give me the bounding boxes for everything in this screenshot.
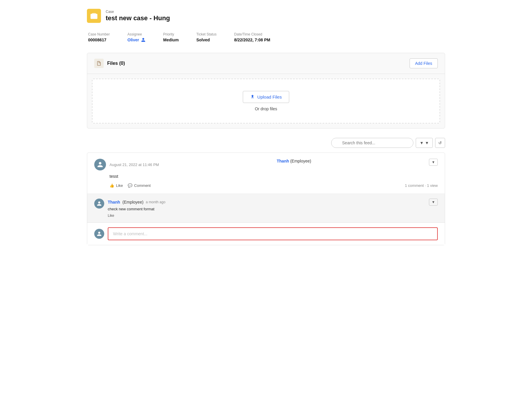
comment-button[interactable]: 💬 Comment [128, 183, 151, 188]
post-content: tesst [110, 174, 438, 179]
like-button[interactable]: 👍 Like [110, 183, 123, 188]
meta-priority: Priority Medium [163, 32, 179, 42]
comment-avatar [94, 199, 104, 209]
post-author-avatar [94, 159, 106, 170]
case-label: Case [106, 10, 170, 14]
assignee-person-icon [141, 38, 146, 42]
write-comment-avatar [94, 229, 104, 239]
filter-icon: ▼ [420, 141, 424, 145]
files-header: Files (0) Add Files [87, 53, 445, 74]
filter-button[interactable]: ▼ ▼ [416, 138, 433, 148]
meta-ticket-status: Ticket Status Solved [196, 32, 217, 42]
files-upload-area: Upload Files Or drop files [92, 79, 440, 123]
post-header-row: August 21, 2022 at 11:46 PM Thanh (Emplo… [94, 159, 438, 170]
comment-dropdown-button[interactable]: ▼ [429, 199, 438, 206]
files-title-area: Files (0) [94, 59, 125, 68]
upload-icon [250, 94, 255, 100]
post-main: August 21, 2022 at 11:46 PM Thanh (Emplo… [87, 153, 445, 194]
post-center-author-area: Thanh (Employee) [277, 159, 311, 163]
post-author-info: August 21, 2022 at 11:46 PM [94, 159, 159, 170]
add-files-button[interactable]: Add Files [410, 58, 438, 68]
priority-label: Priority [163, 32, 179, 36]
drop-files-text: Or drop files [255, 106, 277, 111]
case-number-value: 00008617 [88, 38, 110, 42]
case-icon [87, 9, 101, 23]
priority-value: Medium [163, 38, 179, 42]
comment-section: Thanh (Employee) a month ago ▼ check new… [87, 194, 445, 223]
assignee-link[interactable]: Oliver [127, 38, 146, 42]
case-number-label: Case Number [88, 32, 110, 36]
like-icon: 👍 [110, 183, 114, 188]
search-wrapper: 🔍 [331, 138, 413, 148]
comment-like-button[interactable]: Like [108, 214, 114, 218]
files-icon [94, 59, 104, 68]
comment-meta: Thanh (Employee) a month ago [108, 200, 165, 204]
comment-header: Thanh (Employee) a month ago ▼ [108, 199, 438, 206]
files-title: Files (0) [107, 61, 125, 66]
comment-author-role: (Employee) [122, 200, 144, 204]
feed-toolbar: 🔍 ▼ ▼ ↺ [87, 138, 445, 148]
post-stats: 1 comment · 1 view [405, 183, 438, 188]
meta-assignee: Assignee Oliver [127, 32, 146, 42]
ticket-status-value: Solved [196, 38, 217, 42]
case-header: Case test new case - Hung [87, 9, 445, 23]
meta-case-number: Case Number 00008617 [88, 32, 110, 42]
write-comment-input[interactable] [108, 227, 438, 240]
comment-item: Thanh (Employee) a month ago ▼ check new… [94, 199, 438, 218]
post-timestamp: August 21, 2022 at 11:46 PM [110, 163, 159, 167]
comment-text: check new comment format [108, 207, 438, 211]
search-feed-input[interactable] [331, 138, 413, 148]
filter-dropdown-arrow: ▼ [425, 141, 429, 145]
comment-body: Thanh (Employee) a month ago ▼ check new… [108, 199, 438, 218]
write-comment-area [87, 223, 445, 245]
files-section: Files (0) Add Files Upload Files Or drop… [87, 53, 445, 128]
ticket-status-label: Ticket Status [196, 32, 217, 36]
post-dropdown-button[interactable]: ▼ [429, 159, 438, 166]
case-title-block: Case test new case - Hung [106, 10, 170, 22]
comment-icon: 💬 [128, 183, 132, 188]
date-closed-label: Date/Time Closed [234, 32, 270, 36]
refresh-button[interactable]: ↺ [435, 138, 445, 148]
post-actions: 👍 Like 💬 Comment 1 comment · 1 view [110, 183, 438, 188]
post-author-role: (Employee) [290, 159, 311, 163]
upload-files-button[interactable]: Upload Files [243, 91, 289, 103]
post-author-link[interactable]: Thanh [277, 159, 289, 163]
comment-author-link[interactable]: Thanh [108, 200, 120, 204]
assignee-label: Assignee [127, 32, 146, 36]
case-meta: Case Number 00008617 Assignee Oliver Pri… [87, 32, 445, 42]
post-action-buttons: 👍 Like 💬 Comment [110, 183, 151, 188]
meta-date-closed: Date/Time Closed 8/22/2022, 7:08 PM [234, 32, 270, 42]
post-card: August 21, 2022 at 11:46 PM Thanh (Emplo… [87, 153, 445, 245]
case-title: test new case - Hung [106, 14, 170, 22]
comment-time: a month ago [146, 200, 166, 204]
date-closed-value: 8/22/2022, 7:08 PM [234, 38, 270, 42]
